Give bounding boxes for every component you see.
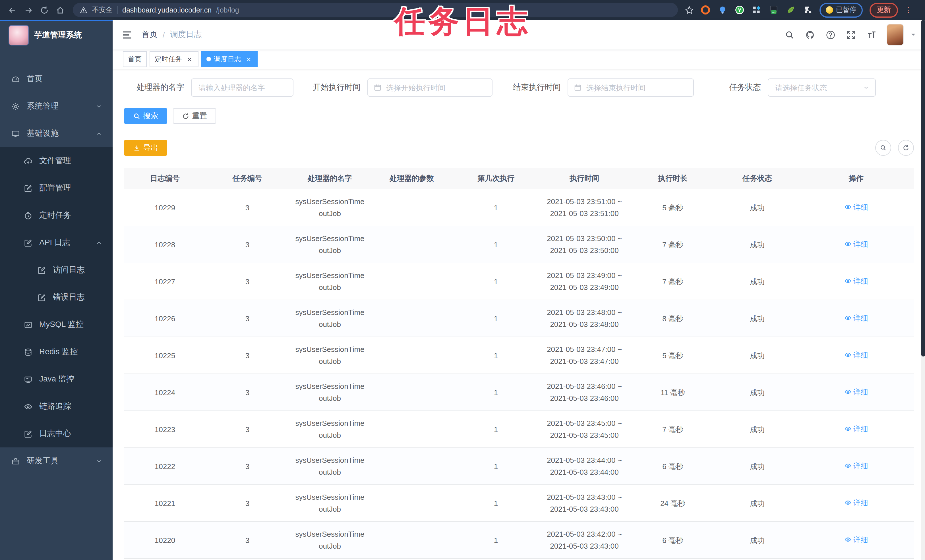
column-header: 执行时间	[539, 168, 630, 189]
status-text: 成功	[716, 263, 798, 300]
sidebar-item[interactable]: 日志中心	[0, 420, 113, 447]
end-time-input[interactable]	[585, 83, 688, 92]
sidebar-item[interactable]: 定时任务	[0, 202, 113, 229]
cell	[371, 300, 453, 337]
font-size-icon[interactable]	[867, 30, 876, 39]
hamburger-icon[interactable]	[122, 29, 133, 40]
bookmark-star-icon[interactable]	[685, 5, 694, 15]
cell-exec-time: 2021-05-03 23:42:00 ~2021-05-03 23:43:00	[539, 522, 630, 558]
cell-duration: 7 毫秒	[630, 226, 716, 263]
sidebar-item[interactable]: 首页	[0, 65, 113, 93]
scrollbar-thumb[interactable]	[921, 20, 925, 357]
search-button[interactable]: 搜索	[124, 108, 167, 124]
bulb-icon[interactable]	[718, 5, 728, 15]
fullscreen-icon[interactable]	[846, 30, 856, 39]
browser-home-button[interactable]	[53, 3, 67, 17]
update-button[interactable]: 更新	[869, 3, 898, 17]
handler-name-input[interactable]	[197, 83, 287, 92]
job-status-select[interactable]	[768, 78, 876, 97]
cell	[371, 189, 453, 226]
ublock-icon[interactable]	[701, 5, 710, 15]
tab[interactable]: 调度日志×	[201, 51, 258, 67]
user-avatar[interactable]	[887, 24, 903, 45]
detail-link[interactable]: 详细	[844, 386, 868, 398]
reload-icon	[40, 5, 49, 15]
log-icon	[24, 429, 32, 438]
scrollbar-track[interactable]	[921, 20, 925, 560]
sidebar-item[interactable]: API 日志	[0, 229, 113, 256]
y-browser-icon[interactable]	[735, 5, 744, 15]
filter-label: 处理器的名字	[137, 83, 184, 93]
breadcrumb-home[interactable]: 首页	[142, 30, 158, 40]
cell: 3	[206, 189, 289, 226]
puzzle-icon[interactable]	[803, 5, 813, 15]
onetab-icon[interactable]: on	[769, 5, 779, 15]
sidebar-item[interactable]: 文件管理	[0, 147, 113, 175]
cell: 1	[453, 374, 539, 411]
divider	[117, 6, 118, 14]
sidebar-item[interactable]: 基础设施	[0, 120, 113, 147]
browser-forward-button[interactable]	[22, 3, 35, 17]
log-icon	[38, 293, 46, 302]
cell-actions: 详细	[798, 485, 914, 522]
toggle-search-button[interactable]	[875, 140, 891, 156]
cell	[371, 522, 453, 558]
cell-exec-time: 2021-05-03 23:51:00 ~2021-05-03 23:51:00	[539, 189, 630, 226]
export-button[interactable]: 导出	[124, 140, 167, 156]
detail-link[interactable]: 详细	[844, 534, 868, 546]
sidebar-item[interactable]: 系统管理	[0, 93, 113, 120]
detail-link[interactable]: 详细	[844, 423, 868, 435]
toolbox-icon	[11, 457, 20, 465]
timer-icon	[24, 211, 32, 220]
cell: 10220	[124, 522, 206, 558]
detail-link-label: 详细	[853, 534, 868, 546]
sidebar-item[interactable]: MySQL 监控	[0, 311, 113, 338]
cell-exec-time: 2021-05-03 23:44:00 ~2021-05-03 23:44:00	[539, 448, 630, 485]
sidebar-item-label: 配置管理	[39, 183, 71, 193]
detail-link[interactable]: 详细	[844, 312, 868, 324]
cell-exec-time: 2021-05-03 23:43:00 ~2021-05-03 23:43:00	[539, 485, 630, 522]
search-button-label: 搜索	[143, 111, 158, 121]
paused-badge[interactable]: 已暂停	[820, 3, 863, 17]
detail-link[interactable]: 详细	[844, 349, 868, 361]
detail-link[interactable]: 详细	[844, 460, 868, 472]
detail-link[interactable]: 详细	[844, 238, 868, 250]
detail-link-label: 详细	[853, 238, 868, 250]
sidebar-item[interactable]: 链路追踪	[0, 393, 113, 420]
reset-button[interactable]: 重置	[173, 108, 216, 124]
caret-down-icon[interactable]	[910, 32, 916, 38]
detail-link[interactable]: 详细	[844, 497, 868, 509]
job-status-select-input[interactable]	[774, 83, 859, 92]
sidebar-item[interactable]: 配置管理	[0, 175, 113, 202]
detail-link[interactable]: 详细	[844, 201, 868, 213]
begin-time-input[interactable]	[385, 83, 486, 92]
tab[interactable]: 定时任务×	[149, 51, 199, 67]
browser-back-button[interactable]	[6, 3, 20, 17]
close-icon[interactable]: ×	[185, 55, 193, 63]
sidebar: 芋道管理系统 首页系统管理基础设施文件管理配置管理定时任务API 日志访问日志错…	[0, 20, 113, 560]
breadcrumb-current: 调度日志	[170, 30, 202, 40]
address-bar[interactable]: 不安全 dashboard.yudao.iocoder.cn/job/log	[73, 3, 678, 17]
browser-reload-button[interactable]	[38, 3, 51, 17]
help-icon[interactable]	[826, 30, 835, 39]
tabs-icon[interactable]	[752, 5, 761, 15]
sidebar-item[interactable]: Redis 监控	[0, 338, 113, 366]
detail-link[interactable]: 详细	[844, 275, 868, 287]
sidebar-item[interactable]: Java 监控	[0, 366, 113, 393]
sidebar-item[interactable]: 研发工具	[0, 447, 113, 475]
sidebar-item[interactable]: 错误日志	[0, 284, 113, 311]
security-label[interactable]: 不安全	[92, 5, 113, 15]
search-icon[interactable]	[785, 30, 794, 39]
tab[interactable]: 首页	[123, 51, 147, 67]
sidebar-item[interactable]: 访问日志	[0, 256, 113, 284]
detail-eye-icon	[844, 241, 851, 248]
leaf-icon[interactable]	[786, 5, 795, 15]
github-icon[interactable]	[805, 30, 815, 39]
refresh-table-button[interactable]	[898, 140, 914, 156]
chevron-down-icon	[96, 458, 102, 465]
cell-duration: 7 毫秒	[630, 263, 716, 300]
close-icon[interactable]: ×	[244, 55, 253, 63]
browser-menu-icon[interactable]: ⋮	[905, 6, 912, 14]
sidebar-logo-row[interactable]: 芋道管理系统	[0, 20, 113, 51]
cell: 10222	[124, 448, 206, 485]
